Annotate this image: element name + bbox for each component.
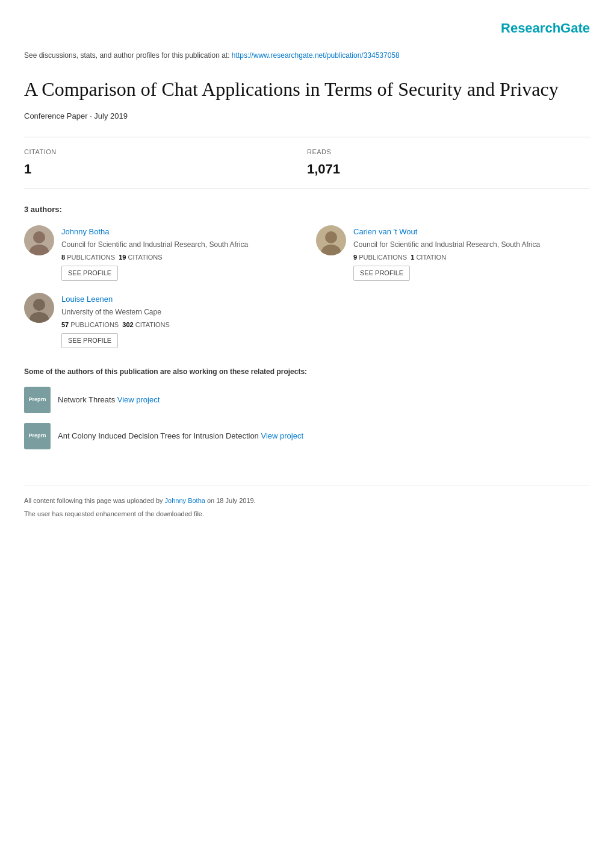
project-thumb-1: Preprn xyxy=(24,387,51,413)
author-name-2[interactable]: Carien van 't Wout xyxy=(353,227,417,236)
author-card-1: Johnny Botha Council for Scientific and … xyxy=(24,225,298,281)
footer-uploader-link[interactable]: Johnny Botha xyxy=(165,497,205,504)
header-logo: ResearchGate xyxy=(24,12,590,50)
svg-point-1 xyxy=(33,231,45,243)
author-stats-1: 8 PUBLICATIONS 19 CITATIONS xyxy=(61,252,298,263)
citation-label: CITATION xyxy=(24,147,307,157)
author-card-2: Carien van 't Wout Council for Scientifi… xyxy=(316,225,590,281)
project-text-2: Ant Colony Induced Decision Trees for In… xyxy=(58,430,303,442)
reads-stat: READS 1,071 xyxy=(307,147,590,180)
see-profile-btn-3[interactable]: SEE PROFILE xyxy=(61,333,118,348)
authors-section: 3 authors: Johnny Botha Council for Scie… xyxy=(24,204,590,348)
footer-upload-text: All content following this page was uplo… xyxy=(24,496,590,506)
see-profile-btn-2[interactable]: SEE PROFILE xyxy=(353,266,410,281)
author-stats-3: 57 PUBLICATIONS 302 CITATIONS xyxy=(61,320,298,330)
paper-type-suffix: · July 2019 xyxy=(88,111,128,120)
see-profile-btn-1[interactable]: SEE PROFILE xyxy=(61,266,118,281)
citation-stat: CITATION 1 xyxy=(24,147,307,180)
project-title-2: Ant Colony Induced Decision Trees for In… xyxy=(58,431,261,440)
project-link-1[interactable]: View project xyxy=(117,395,160,404)
related-projects: Some of the authors of this publication … xyxy=(24,366,590,449)
svg-point-7 xyxy=(33,299,45,311)
footer-note: All content following this page was uplo… xyxy=(24,486,590,519)
author-affiliation-2: Council for Scientific and Industrial Re… xyxy=(353,239,590,250)
related-label: Some of the authors of this publication … xyxy=(24,366,590,377)
project-item-2: Preprn Ant Colony Induced Decision Trees… xyxy=(24,423,590,449)
project-link-2[interactable]: View project xyxy=(261,431,303,440)
author-info-3: Louise Leenen University of the Western … xyxy=(61,293,298,348)
author-info-2: Carien van 't Wout Council for Scientifi… xyxy=(353,225,590,281)
top-notice: See discussions, stats, and author profi… xyxy=(24,50,590,61)
authors-grid: Johnny Botha Council for Scientific and … xyxy=(24,225,590,348)
paper-title: A Comparison of Chat Applications in Ter… xyxy=(24,78,590,101)
project-title-1: Network Threats xyxy=(58,395,117,404)
author-affiliation-1: Council for Scientific and Industrial Re… xyxy=(61,239,298,250)
project-text-1: Network Threats View project xyxy=(58,394,160,406)
reads-value: 1,071 xyxy=(307,159,590,179)
notice-text: See discussions, stats, and author profi… xyxy=(24,51,232,60)
paper-type-label: Conference Paper xyxy=(24,111,88,120)
reads-label: READS xyxy=(307,147,590,157)
stats-row: CITATION 1 READS 1,071 xyxy=(24,137,590,190)
author-avatar-2 xyxy=(316,225,346,255)
publication-link[interactable]: https://www.researchgate.net/publication… xyxy=(232,51,400,60)
page-container: ResearchGate See discussions, stats, and… xyxy=(0,0,614,559)
author-avatar-1 xyxy=(24,225,54,255)
project-item-1: Preprn Network Threats View project xyxy=(24,387,590,413)
author-avatar-3 xyxy=(24,293,54,323)
author-stats-2: 9 PUBLICATIONS 1 CITATION xyxy=(353,252,590,263)
researchgate-logo[interactable]: ResearchGate xyxy=(501,20,590,36)
svg-point-4 xyxy=(325,231,337,243)
project-thumb-2: Preprn xyxy=(24,423,51,449)
author-info-1: Johnny Botha Council for Scientific and … xyxy=(61,225,298,281)
author-name-1[interactable]: Johnny Botha xyxy=(61,227,110,236)
author-affiliation-3: University of the Western Cape xyxy=(61,307,298,317)
paper-type: Conference Paper · July 2019 xyxy=(24,110,590,122)
author-name-3[interactable]: Louise Leenen xyxy=(61,295,113,304)
authors-label: 3 authors: xyxy=(24,204,590,216)
author-card-3: Louise Leenen University of the Western … xyxy=(24,293,298,348)
footer-enhancement-text: The user has requested enhancement of th… xyxy=(24,509,590,519)
citation-value: 1 xyxy=(24,159,307,179)
